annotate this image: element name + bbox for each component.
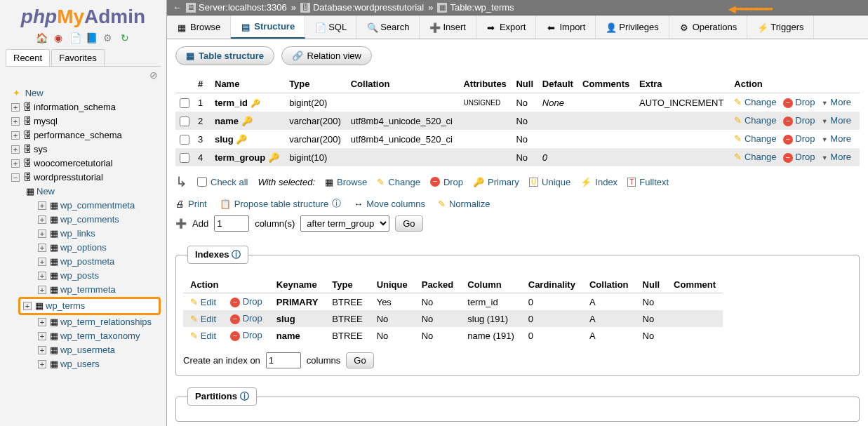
action-drop[interactable]: Drop	[795, 152, 815, 162]
tab-structure[interactable]: ▤Structure	[231, 15, 305, 39]
check-all[interactable]	[197, 177, 207, 187]
sql-icon[interactable]: 📄	[69, 32, 81, 44]
expand-icon[interactable]: +	[38, 332, 46, 340]
crumb-table[interactable]: wp_terms	[474, 2, 514, 13]
expand-icon[interactable]: +	[38, 244, 46, 252]
tree-table-wp_users[interactable]: +▦wp_users	[4, 357, 166, 371]
tab-triggers[interactable]: ⚡Triggers	[747, 15, 814, 39]
tree-table-wp_term_relationships[interactable]: +▦wp_term_relationships	[4, 315, 166, 329]
logout-icon[interactable]: ◉	[53, 32, 64, 44]
expand-icon[interactable]: +	[38, 258, 46, 266]
expand-icon[interactable]: +	[38, 272, 46, 280]
link-move[interactable]: Move columns	[366, 199, 425, 209]
reload-icon[interactable]: ↻	[119, 32, 131, 44]
tab-insert[interactable]: ➕Insert	[420, 15, 476, 39]
action-change[interactable]: Change	[745, 97, 777, 107]
index-edit[interactable]: Edit	[201, 297, 216, 307]
logo[interactable]: phpMyAdmin	[0, 0, 166, 29]
tab-export[interactable]: ➡Export	[476, 15, 537, 39]
bulk-browse[interactable]: Browse	[337, 177, 367, 187]
tree-table-wp_postmeta[interactable]: +▦wp_postmeta	[4, 255, 166, 269]
tree-table-wp_terms[interactable]: +▦wp_terms	[18, 297, 161, 315]
index-edit[interactable]: Edit	[201, 314, 216, 324]
btn-relation-view[interactable]: 🔗Relation view	[281, 46, 372, 65]
row-checkbox[interactable]	[180, 117, 189, 126]
index-drop[interactable]: Drop	[243, 296, 262, 307]
bulk-primary[interactable]: Primary	[488, 177, 519, 187]
action-drop[interactable]: Drop	[795, 133, 815, 144]
create-index-count[interactable]	[266, 352, 301, 368]
tree-table-wp_term_taxonomy[interactable]: +▦wp_term_taxonomy	[4, 329, 166, 343]
tree-new[interactable]: ✦ New	[4, 86, 166, 100]
tree-table-wp_commentmeta[interactable]: +▦wp_commentmeta	[4, 199, 166, 213]
tree-db-mysql[interactable]: +🗄mysql	[4, 114, 166, 128]
help-icon[interactable]: ⓘ	[232, 249, 241, 260]
row-checkbox[interactable]	[180, 98, 189, 108]
create-index-go[interactable]: Go	[346, 352, 373, 368]
tree-db-sys[interactable]: +🗄sys	[4, 142, 166, 157]
tree-table-wp_posts[interactable]: +▦wp_posts	[4, 269, 166, 283]
add-position-select[interactable]: after term_group	[300, 215, 389, 232]
expand-icon[interactable]: +	[11, 145, 20, 154]
bulk-index[interactable]: Index	[595, 177, 617, 187]
home-icon[interactable]: 🏠	[36, 32, 47, 44]
action-more[interactable]: More	[830, 133, 851, 144]
action-change[interactable]: Change	[745, 133, 777, 144]
bulk-unique[interactable]: Unique	[542, 177, 570, 187]
add-count-input[interactable]	[214, 215, 249, 232]
help-icon[interactable]: ⓘ	[332, 197, 341, 210]
index-edit[interactable]: Edit	[201, 331, 216, 341]
tab-recent[interactable]: Recent	[6, 49, 50, 66]
add-go-button[interactable]: Go	[395, 215, 422, 232]
expand-icon[interactable]: +	[38, 346, 46, 354]
tree-db-woocomercetutorial[interactable]: +🗄woocomercetutorial	[4, 157, 166, 171]
tab-operations[interactable]: ⚙Operations	[669, 15, 748, 39]
expand-icon[interactable]: +	[38, 360, 46, 368]
tree-table-wp_usermeta[interactable]: +▦wp_usermeta	[4, 343, 166, 357]
expand-icon[interactable]: +	[11, 159, 20, 168]
expand-icon[interactable]: +	[38, 318, 46, 326]
expand-icon[interactable]: +	[38, 201, 46, 210]
action-change[interactable]: Change	[745, 115, 777, 126]
expand-icon[interactable]: +	[38, 215, 46, 224]
action-drop[interactable]: Drop	[795, 97, 815, 107]
expand-icon[interactable]: +	[38, 286, 46, 294]
expand-icon[interactable]: +	[11, 103, 20, 112]
tree-table-wp_termmeta[interactable]: +▦wp_termmeta	[4, 283, 166, 297]
tab-browse[interactable]: ▦Browse	[167, 15, 231, 39]
tree-table-wp_options[interactable]: +▦wp_options	[4, 241, 166, 255]
tab-privileges[interactable]: 👤Privileges	[596, 15, 669, 39]
action-more[interactable]: More	[830, 152, 851, 162]
bulk-change[interactable]: Change	[388, 177, 420, 187]
help-icon[interactable]: ⓘ	[240, 391, 249, 401]
link-propose[interactable]: Propose table structure	[234, 199, 328, 209]
tab-import[interactable]: ⬅Import	[536, 15, 596, 39]
crumb-server[interactable]: localhost:3306	[228, 2, 287, 13]
tab-sql[interactable]: 📄SQL	[305, 15, 357, 39]
index-drop[interactable]: Drop	[243, 313, 262, 324]
check-all-link[interactable]: Check all	[211, 177, 248, 187]
tree-table-wp_comments[interactable]: +▦wp_comments	[4, 213, 166, 227]
btn-table-structure[interactable]: ▦Table structure	[175, 46, 274, 65]
docs-icon[interactable]: 📘	[86, 32, 97, 44]
row-checkbox[interactable]	[180, 135, 189, 145]
tree-db-performance_schema[interactable]: +🗄performance_schema	[4, 128, 166, 142]
bulk-fulltext[interactable]: Fulltext	[639, 177, 669, 187]
expand-icon[interactable]: +	[23, 302, 32, 310]
bulk-drop[interactable]: Drop	[443, 177, 463, 187]
expand-icon[interactable]: −	[11, 173, 20, 182]
collapse-icon[interactable]: ⊘	[0, 67, 166, 84]
crumb-database[interactable]: wordpresstutorial	[354, 2, 424, 13]
expand-icon[interactable]: +	[11, 131, 20, 140]
collapse-left-icon[interactable]: ←	[173, 2, 186, 13]
index-drop[interactable]: Drop	[243, 330, 262, 340]
tab-favorites[interactable]: Favorites	[51, 49, 104, 66]
link-print[interactable]: Print	[188, 199, 207, 209]
action-more[interactable]: More	[830, 115, 851, 126]
action-more[interactable]: More	[830, 97, 851, 107]
tree-db-wordpresstutorial[interactable]: −🗄wordpresstutorial	[4, 171, 166, 185]
link-normalize[interactable]: Normalize	[449, 199, 490, 209]
settings-icon[interactable]: ⚙	[102, 32, 114, 44]
tree-table-wp_links[interactable]: +▦wp_links	[4, 227, 166, 241]
expand-icon[interactable]: +	[38, 229, 46, 238]
